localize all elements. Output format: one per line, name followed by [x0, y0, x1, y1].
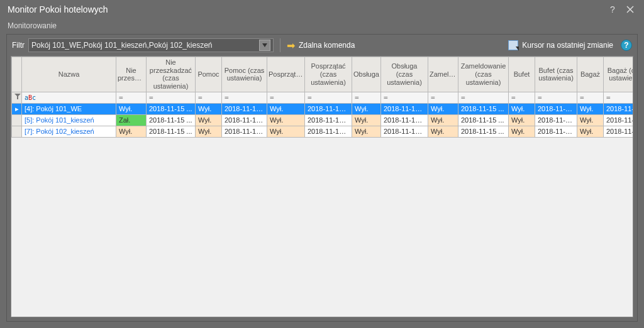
data-grid[interactable]: Nazwa Nie przeszk... Nie przeszkadzać (c… — [11, 56, 633, 317]
separator — [280, 38, 280, 52]
cell-posprz-czas[interactable]: 2018-11-15 ... — [305, 103, 352, 114]
row-handle[interactable] — [12, 114, 22, 126]
header-name[interactable]: Nazwa — [22, 57, 116, 92]
row-handle[interactable] — [12, 126, 22, 137]
room-link[interactable]: [5]: Pokój 101_kieszeń — [25, 116, 94, 124]
row-handle[interactable]: ▸ — [12, 103, 22, 114]
cell-bagaz-czas[interactable]: 2018-11-15 10... — [604, 126, 634, 137]
filter-zameld-czas[interactable]: = — [458, 92, 509, 103]
cell-pomoc[interactable]: Wył. — [196, 126, 222, 137]
cell-nieprz[interactable]: Wył. — [116, 103, 147, 114]
cell-obsl-czas[interactable]: 2018-11-15 ... — [381, 114, 428, 126]
header-zameld-czas[interactable]: Zameldowanie (czas ustawienia) — [458, 57, 509, 92]
filter-pomoc-czas[interactable]: = — [222, 92, 267, 103]
header-zameld[interactable]: Zameld... — [428, 57, 458, 92]
room-link[interactable]: [7]: Pokój 102_kieszeń — [25, 128, 94, 135]
cell-name[interactable]: [7]: Pokój 102_kieszeń — [22, 126, 116, 137]
header-pomoc-czas[interactable]: Pomoc (czas ustawienia) — [222, 57, 267, 92]
cell-pomoc-czas[interactable]: 2018-11-15 ... — [222, 114, 267, 126]
cell-obsl-czas[interactable]: 2018-11-15 ... — [381, 103, 428, 114]
filter-bagaz-czas[interactable]: = — [604, 92, 634, 103]
help-titlebar-button[interactable]: ? — [604, 2, 621, 17]
filter-bufet[interactable]: = — [509, 92, 535, 103]
room-link[interactable]: [4]: Pokój 101_WE — [25, 105, 82, 112]
filter-bagaz[interactable]: = — [577, 92, 604, 103]
filter-pomoc[interactable]: = — [196, 92, 222, 103]
cell-bagaz-czas[interactable]: 2018-11-15 10... — [604, 103, 634, 114]
monitor-window: Monitor Pokoi hotelowych ? Monitorowanie… — [0, 0, 644, 328]
cell-posprz[interactable]: Wył. — [267, 114, 305, 126]
cell-bagaz[interactable]: Wył. — [577, 126, 604, 137]
cell-zameld[interactable]: Wył. — [428, 103, 458, 114]
header-pomoc[interactable]: Pomoc — [196, 57, 222, 92]
filter-value: Pokój 101_WE,Pokój 101_kieszeń,Pokój 102… — [31, 41, 259, 50]
cell-nieprz-czas[interactable]: 2018-11-15 ... — [147, 114, 196, 126]
cell-posprz[interactable]: Wył. — [267, 126, 305, 137]
cell-bufet-czas[interactable]: 2018-11-1... — [535, 114, 577, 126]
filter-combobox[interactable]: Pokój 101_WE,Pokój 101_kieszeń,Pokój 102… — [28, 38, 274, 52]
cell-name[interactable]: [4]: Pokój 101_WE — [22, 103, 116, 114]
cell-bagaz-czas[interactable]: 2018-11-15 10... — [604, 114, 634, 126]
cell-nieprz[interactable]: Zał. — [116, 114, 147, 126]
chevron-down-icon[interactable] — [259, 40, 270, 51]
filter-posprz-czas[interactable]: = — [305, 92, 352, 103]
header-obsl-czas[interactable]: Obsługa (czas ustawienia) — [381, 57, 428, 92]
header-posprz[interactable]: Posprzątać — [267, 57, 305, 92]
header-posprz-czas[interactable]: Posprzątać (czas ustawienia) — [305, 57, 352, 92]
cell-bagaz[interactable]: Wył. — [577, 114, 604, 126]
header-bagaz-czas[interactable]: Bagaż (czas ustawienia) — [604, 57, 634, 92]
table-row[interactable]: [5]: Pokój 101_kieszeńZał.2018-11-15 ...… — [12, 114, 634, 126]
filter-nieprz[interactable]: = — [116, 92, 147, 103]
cell-posprz-czas[interactable]: 2018-11-15 ... — [305, 126, 352, 137]
cell-posprz-czas[interactable]: 2018-11-15 ... — [305, 114, 352, 126]
cursor-on-last-change-button[interactable]: Kursor na ostatniej zmianie — [508, 40, 613, 50]
header-bufet[interactable]: Bufet — [509, 57, 535, 92]
cursor-label: Kursor na ostatniej zmianie — [522, 41, 613, 50]
cell-nieprz-czas[interactable]: 2018-11-15 ... — [147, 103, 196, 114]
table-row[interactable]: [7]: Pokój 102_kieszeńWył.2018-11-15 ...… — [12, 126, 634, 137]
cell-zameld[interactable]: Wył. — [428, 114, 458, 126]
filter-bufet-czas[interactable]: = — [535, 92, 577, 103]
cell-zameld[interactable]: Wył. — [428, 126, 458, 137]
header-handle[interactable] — [12, 57, 22, 92]
cell-zameld-czas[interactable]: 2018-11-15 ... — [458, 114, 509, 126]
header-nieprz[interactable]: Nie przeszk... — [116, 57, 147, 92]
header-bagaz[interactable]: Bagaż — [577, 57, 604, 92]
filter-obsl-czas[interactable]: = — [381, 92, 428, 103]
cell-obsl-czas[interactable]: 2018-11-15 ... — [381, 126, 428, 137]
cell-nieprz-czas[interactable]: 2018-11-15 ... — [147, 126, 196, 137]
remote-command-label: Zdalna komenda — [299, 41, 355, 50]
cell-bufet[interactable]: Wył. — [509, 103, 535, 114]
filter-icon-cell[interactable] — [12, 92, 22, 103]
filter-nieprz-czas[interactable]: = — [147, 92, 196, 103]
filter-posprz[interactable]: = — [267, 92, 305, 103]
cell-zameld-czas[interactable]: 2018-11-15 ... — [458, 103, 509, 114]
arrow-right-icon: ➡ — [287, 40, 295, 52]
cell-nieprz[interactable]: Wył. — [116, 126, 147, 137]
cell-pomoc[interactable]: Wył. — [196, 114, 222, 126]
cell-obsl[interactable]: Wył. — [352, 114, 381, 126]
cell-obsl[interactable]: Wył. — [352, 126, 381, 137]
cell-zameld-czas[interactable]: 2018-11-15 ... — [458, 126, 509, 137]
close-button[interactable] — [621, 2, 639, 17]
filter-name[interactable]: aBc — [22, 92, 116, 103]
remote-command-button[interactable]: ➡ Zdalna komenda — [287, 40, 355, 52]
help-button[interactable]: ? — [621, 40, 632, 51]
cell-bufet-czas[interactable]: 2018-11-1... — [535, 126, 577, 137]
header-obsl[interactable]: Obsługa — [352, 57, 381, 92]
cell-pomoc-czas[interactable]: 2018-11-15 ... — [222, 126, 267, 137]
cell-pomoc[interactable]: Wył. — [196, 103, 222, 114]
cell-bufet[interactable]: Wył. — [509, 126, 535, 137]
cell-posprz[interactable]: Wył. — [267, 103, 305, 114]
filter-zameld[interactable]: = — [428, 92, 458, 103]
cell-bufet[interactable]: Wył. — [509, 114, 535, 126]
header-bufet-czas[interactable]: Bufet (czas ustawienia) — [535, 57, 577, 92]
cell-bagaz[interactable]: Wył. — [577, 103, 604, 114]
table-row[interactable]: ▸[4]: Pokój 101_WEWył.2018-11-15 ...Wył.… — [12, 103, 634, 114]
cell-pomoc-czas[interactable]: 2018-11-15 ... — [222, 103, 267, 114]
cell-bufet-czas[interactable]: 2018-11-1... — [535, 103, 577, 114]
header-nieprz-czas[interactable]: Nie przeszkadzać (czas ustawienia) — [147, 57, 196, 92]
cell-obsl[interactable]: Wył. — [352, 103, 381, 114]
filter-obsl[interactable]: = — [352, 92, 381, 103]
cell-name[interactable]: [5]: Pokój 101_kieszeń — [22, 114, 116, 126]
